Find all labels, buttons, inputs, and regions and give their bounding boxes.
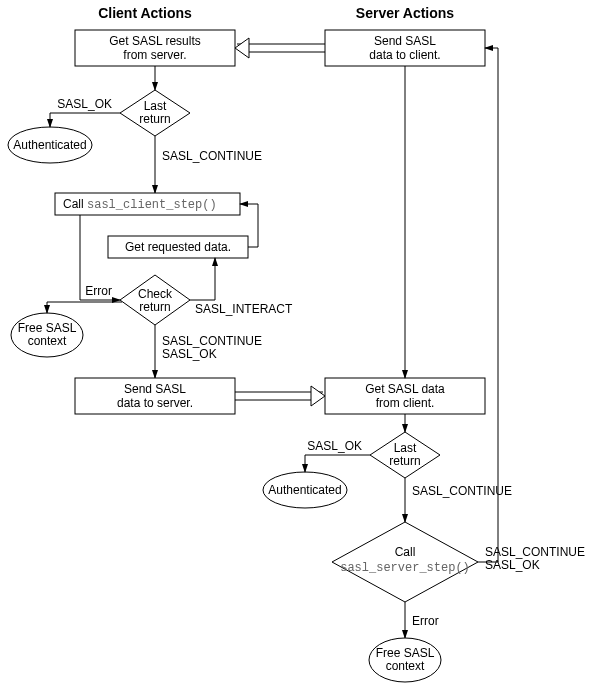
client-send-data-l2: data to server. xyxy=(117,396,193,410)
label-error-2: Error xyxy=(412,614,439,628)
client-get-results-l1: Get SASL results xyxy=(109,34,201,48)
check-return-l2: return xyxy=(139,300,170,314)
hollow-arrow-icon xyxy=(235,38,249,58)
call-server-step-prefix: Call xyxy=(395,545,416,559)
free-ctx-2-l1: Free SASL xyxy=(376,646,435,660)
label-sasl-continue-2: SASL_CONTINUE xyxy=(412,484,512,498)
last-return-1-l2: return xyxy=(139,112,170,126)
svg-text:Call sasl_client_step(): Call sasl_client_step() xyxy=(63,197,217,212)
call-client-step-prefix: Call xyxy=(63,197,87,211)
sasl-flowchart: Client Actions Server Actions Send SASL … xyxy=(0,0,593,696)
label-cont-ok-1a: SASL_CONTINUE xyxy=(162,334,262,348)
last-return-1-l1: Last xyxy=(144,99,167,113)
header-client: Client Actions xyxy=(98,5,192,21)
label-sasl-ok-2: SASL_OK xyxy=(307,439,362,453)
authenticated-1-text: Authenticated xyxy=(13,138,86,152)
label-error-1: Error xyxy=(85,284,112,298)
server-send-data-l2: data to client. xyxy=(369,48,440,62)
label-sasl-ok-1: SASL_OK xyxy=(57,97,112,111)
label-sasl-continue-1: SASL_CONTINUE xyxy=(162,149,262,163)
free-ctx-1-l2: context xyxy=(28,334,67,348)
get-requested-text: Get requested data. xyxy=(125,240,231,254)
client-get-results-l2: from server. xyxy=(123,48,186,62)
server-get-data-l2: from client. xyxy=(376,396,435,410)
label-cont-ok-2a: SASL_CONTINUE xyxy=(485,545,585,559)
client-send-data-l1: Send SASL xyxy=(124,382,186,396)
hollow-arrow-icon-2 xyxy=(311,386,325,406)
free-ctx-2-l2: context xyxy=(386,659,425,673)
server-send-data-l1: Send SASL xyxy=(374,34,436,48)
call-server-step-fn: sasl_server_step() xyxy=(340,561,470,575)
label-cont-ok-1b: SASL_OK xyxy=(162,347,217,361)
authenticated-2-text: Authenticated xyxy=(268,483,341,497)
check-return-l1: Check xyxy=(138,287,173,301)
header-server: Server Actions xyxy=(356,5,455,21)
free-ctx-1-l1: Free SASL xyxy=(18,321,77,335)
last-return-2-l2: return xyxy=(389,454,420,468)
last-return-2-l1: Last xyxy=(394,441,417,455)
call-client-step-fn: sasl_client_step() xyxy=(87,198,217,212)
label-cont-ok-2b: SASL_OK xyxy=(485,558,540,572)
label-sasl-interact: SASL_INTERACT xyxy=(195,302,293,316)
server-get-data-l1: Get SASL data xyxy=(365,382,445,396)
